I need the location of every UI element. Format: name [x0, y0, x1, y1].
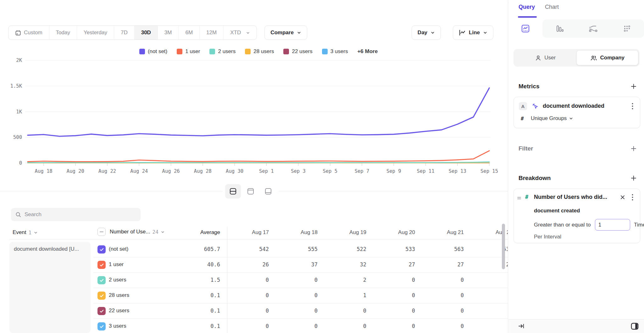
- range-button-xtd[interactable]: XTD: [223, 26, 257, 40]
- breakdown-kebab-menu[interactable]: [629, 193, 636, 201]
- breakdown-property-name[interactable]: Number of Users who did...: [534, 194, 607, 200]
- range-button-7d[interactable]: 7D: [114, 26, 134, 40]
- compare-label: Compare: [270, 30, 294, 36]
- y-axis-tick-label: 500: [13, 134, 22, 140]
- metric-event-name[interactable]: document downloaded: [543, 103, 604, 109]
- series-line-1-user: [28, 151, 489, 162]
- measure-hash-prefix: #: [521, 116, 524, 122]
- cell-value: 0: [228, 277, 269, 283]
- group-type-user[interactable]: User: [515, 50, 576, 65]
- sidebar-toggle-icon[interactable]: [630, 322, 639, 332]
- dots-grid-icon: [622, 24, 632, 33]
- chevron-down-icon: [430, 30, 435, 35]
- select-all-checkbox[interactable]: [97, 228, 106, 236]
- metrics-section-title: Metrics: [519, 83, 540, 90]
- cell-value: 0: [228, 308, 269, 314]
- close-icon: [620, 195, 625, 200]
- tab-query[interactable]: Query: [519, 4, 535, 10]
- average-value: 0.1: [176, 292, 220, 298]
- table-row[interactable]: 2 users1.5002000: [93, 273, 508, 288]
- series-count: 24: [153, 229, 158, 235]
- cell-value: 542: [228, 246, 269, 252]
- layout-chart-only-button[interactable]: [243, 184, 258, 199]
- range-button-custom[interactable]: Custom: [8, 26, 49, 40]
- x-axis-tick-label: Aug 28: [194, 168, 212, 174]
- table-vertical-scrollbar[interactable]: [502, 224, 505, 269]
- x-axis-tick-label: Sep 13: [449, 168, 466, 174]
- y-axis-tick-label: 2K: [16, 57, 22, 63]
- metric-kebab-menu[interactable]: [629, 102, 636, 110]
- breakdown-condition-label[interactable]: Greater than or equal to: [534, 222, 591, 228]
- cell-value: 0: [472, 292, 508, 298]
- series-label: (not set): [109, 246, 128, 252]
- breakdown-close-button[interactable]: [619, 194, 626, 201]
- cell-value: 0: [228, 323, 269, 329]
- drag-handle-icon[interactable]: [517, 196, 521, 201]
- range-button-12m[interactable]: 12M: [199, 26, 223, 40]
- range-button-today[interactable]: Today: [49, 26, 77, 40]
- breakdown-event-name[interactable]: document created: [534, 208, 580, 214]
- add-metric-button[interactable]: [630, 82, 638, 90]
- average-value: 40.6: [176, 261, 220, 268]
- chart-type-dots-tab[interactable]: [610, 19, 644, 38]
- table-row[interactable]: 22 users0.1000000: [93, 303, 508, 319]
- check-icon: [99, 278, 104, 283]
- chart-type-bar-tab[interactable]: [542, 19, 576, 38]
- range-button-6m[interactable]: 6M: [178, 26, 199, 40]
- metric-card: A document downloaded # Unique Groups: [514, 97, 640, 128]
- tab-chart[interactable]: Chart: [545, 4, 559, 10]
- chart-type-flow-tab[interactable]: [576, 19, 610, 38]
- cell-value: 563: [423, 246, 464, 252]
- collapse-panel-icon[interactable]: [518, 323, 525, 331]
- series-checkbox[interactable]: [97, 292, 106, 300]
- range-label: 7D: [121, 30, 128, 36]
- panel-footer: [508, 319, 644, 333]
- series-checkbox[interactable]: [97, 307, 106, 315]
- plus-icon: [630, 145, 637, 152]
- series-checkbox[interactable]: [97, 245, 106, 254]
- table-row[interactable]: 28 users0.1001000: [93, 288, 508, 303]
- search-input[interactable]: [25, 211, 136, 218]
- layout-split-button[interactable]: [225, 184, 241, 199]
- range-button-3m[interactable]: 3M: [158, 26, 179, 40]
- series-checkbox[interactable]: [97, 276, 106, 284]
- check-icon: [99, 293, 104, 298]
- check-icon: [99, 263, 104, 267]
- series-checkbox[interactable]: [97, 322, 106, 330]
- chart-type-line-tab[interactable]: [508, 19, 542, 38]
- search-icon: [15, 212, 21, 217]
- range-button-yesterday[interactable]: Yesterday: [77, 26, 114, 40]
- group-type-company[interactable]: Company: [576, 50, 639, 65]
- table-row[interactable]: 1 user40.6263732272728: [93, 257, 508, 273]
- cell-value: 0: [228, 292, 269, 298]
- range-label: Yesterday: [84, 30, 107, 36]
- cell-value: 2: [325, 277, 366, 283]
- cell-value: 0: [472, 308, 508, 314]
- breakdown-per-interval-label[interactable]: Per Interval: [534, 234, 561, 240]
- range-button-30d[interactable]: 30D: [134, 26, 158, 40]
- breakdown-hash-icon: #: [525, 194, 528, 200]
- series-column-header[interactable]: Number of Use... 24: [97, 228, 165, 236]
- range-label: XTD: [230, 30, 241, 36]
- measure-dropdown[interactable]: Unique Groups: [531, 115, 573, 122]
- compare-button[interactable]: Compare: [264, 25, 307, 40]
- chart-style-dropdown[interactable]: Line: [453, 25, 493, 40]
- table-row[interactable]: (not set)605.7542555522533563536: [93, 242, 508, 257]
- add-breakdown-button[interactable]: [630, 174, 638, 182]
- metric-letter-badge: A: [519, 102, 527, 110]
- event-name-cell[interactable]: document downloaded [U...: [9, 242, 91, 333]
- range-label: 30D: [141, 30, 151, 36]
- range-label: 3M: [164, 30, 172, 36]
- x-axis-tick-label: Aug 18: [35, 168, 53, 174]
- cell-value: 0: [325, 323, 366, 329]
- filter-section-title: Filter: [519, 145, 533, 152]
- interval-dropdown[interactable]: Day: [412, 25, 441, 40]
- breakdown-value-input[interactable]: [595, 219, 630, 231]
- search-box[interactable]: [11, 208, 141, 221]
- event-column-header[interactable]: Event 1: [13, 229, 38, 236]
- series-checkbox[interactable]: [97, 261, 106, 269]
- layout-table-only-button[interactable]: [260, 184, 276, 199]
- table-row[interactable]: 3 users0.1000000: [93, 319, 508, 333]
- add-filter-button[interactable]: [630, 145, 638, 153]
- cell-value: 0: [423, 308, 464, 314]
